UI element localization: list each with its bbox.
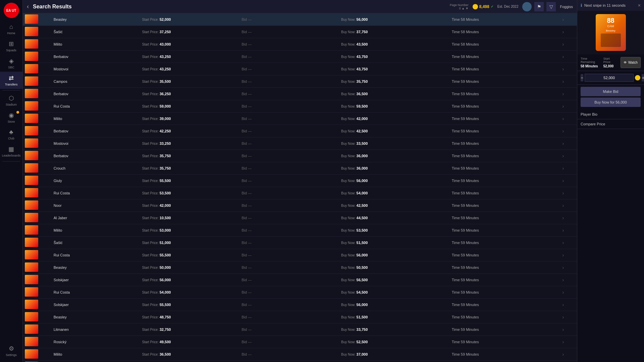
watch-icon: 👁 <box>624 61 627 64</box>
sidebar-item-leaderboards[interactable]: ▦ Leaderboards <box>0 143 22 160</box>
watch-button[interactable]: 👁 Watch <box>621 57 641 68</box>
table-row[interactable]: Rui Costa Start Price: 53,500 Bid --- Bu… <box>23 187 577 199</box>
table-row[interactable]: Milito Start Price: 53,000 Bid --- Buy N… <box>23 224 577 237</box>
table-row[interactable]: Beasley Start Price: 48,750 Bid --- Buy … <box>23 311 577 323</box>
row-arrow: › <box>560 26 577 38</box>
player-thumbnail <box>23 348 52 361</box>
sidebar-item-store[interactable]: ◉ Store <box>0 109 22 126</box>
table-row[interactable]: Šašić Start Price: 37,250 Bid --- Buy No… <box>23 26 577 38</box>
player-thumbnail <box>23 51 52 63</box>
time-cell: Time 59 Minutes <box>450 261 560 274</box>
start-price-cell: Start Price: 33,250 <box>140 137 240 150</box>
table-row[interactable]: Crouch Start Price: 35,750 Bid --- Buy N… <box>23 162 577 175</box>
start-price-cell: Start Price: 59,000 <box>140 100 240 113</box>
start-price-cell: Start Price: 43,250 <box>140 51 240 63</box>
sidebar-item-home[interactable]: ⌂ Home <box>0 21 22 38</box>
coins-checkmark: ✓ <box>491 5 493 8</box>
table-row[interactable]: Milito Start Price: 43,000 Bid --- Buy N… <box>23 38 577 51</box>
table-row[interactable]: Campos Start Price: 35,500 Bid --- Buy N… <box>23 75 577 88</box>
table-row[interactable]: Beasley Start Price: 50,000 Bid --- Buy … <box>23 261 577 274</box>
player-thumbnail <box>23 113 52 125</box>
table-row[interactable]: Milito Start Price: 36,500 Bid --- Buy N… <box>23 348 577 361</box>
time-cell: Time 59 Minutes <box>450 212 560 224</box>
bid-cell: Bid --- <box>239 274 339 286</box>
bid-cell: Bid --- <box>239 100 339 113</box>
flag-icon-btn[interactable]: ⚑ <box>534 2 544 11</box>
table-row[interactable]: Milito Start Price: 39,000 Bid --- Buy N… <box>23 113 577 125</box>
buy-price-cell: Buy Now: 51,500 <box>339 311 450 323</box>
sidebar-label-stadium: Stadium <box>6 103 17 106</box>
sidebar-item-sbc[interactable]: ◈ SBC <box>0 55 22 72</box>
start-price-info: Start Price: 52,000 <box>603 57 615 68</box>
bid-row: − + <box>577 71 644 85</box>
table-row[interactable]: Al Jaber Start Price: 10,500 Bid --- Buy… <box>23 212 577 224</box>
buy-price-cell: Buy Now: 43,750 <box>339 63 450 75</box>
table-row[interactable]: Berbatov Start Price: 42,250 Bid --- Buy… <box>23 125 577 137</box>
start-price-cell: Start Price: 54,000 <box>140 286 240 299</box>
panel-close-button[interactable]: × <box>638 3 641 8</box>
start-price-cell: Start Price: 36,250 <box>140 88 240 100</box>
bid-cell: Bid --- <box>239 348 339 361</box>
sidebar-label-store: Store <box>8 120 15 123</box>
bid-cell: Bid --- <box>239 336 339 348</box>
table-row[interactable]: Giuly Start Price: 55,500 Bid --- Buy No… <box>23 175 577 187</box>
table-row[interactable]: Mostovoi Start Price: 43,250 Bid --- Buy… <box>23 63 577 75</box>
shield-icon-btn[interactable]: ▽ <box>546 2 556 11</box>
bid-cell: Bid --- <box>239 311 339 323</box>
table-row[interactable]: Šašić Start Price: 51,000 Bid --- Buy No… <box>23 237 577 249</box>
buy-now-button[interactable]: Buy Now for 56,000 <box>581 98 641 107</box>
sidebar-item-settings[interactable]: ⚙ Settings <box>0 342 22 359</box>
row-arrow: › <box>560 100 577 113</box>
start-price-label: Start Price: <box>603 57 615 64</box>
player-thumbnail <box>23 13 52 26</box>
time-cell: Time 59 Minutes <box>450 113 560 125</box>
table-row[interactable]: Rosický Start Price: 49,500 Bid --- Buy … <box>23 336 577 348</box>
table-row[interactable]: Rui Costa Start Price: 54,000 Bid --- Bu… <box>23 286 577 299</box>
bid-decrease-button[interactable]: − <box>581 74 583 81</box>
sidebar-divider-2 <box>2 161 20 162</box>
sidebar-item-squads[interactable]: ⊞ Squads <box>0 38 22 55</box>
bid-input[interactable] <box>585 74 634 82</box>
row-arrow: › <box>560 199 577 212</box>
buy-price-cell: Buy Now: 56,000 <box>339 249 450 261</box>
header-right: Page Number 0 ▲ ▼ 8,498 ✓ Est. Dec 2022 … <box>450 2 573 11</box>
table-row[interactable]: Berbatov Start Price: 36,250 Bid --- Buy… <box>23 88 577 100</box>
row-arrow: › <box>560 75 577 88</box>
bid-cell: Bid --- <box>239 75 339 88</box>
row-arrow: › <box>560 13 577 26</box>
player-thumbnail <box>23 212 52 224</box>
table-row[interactable]: Rui Costa Start Price: 59,000 Bid --- Bu… <box>23 100 577 113</box>
table-row[interactable]: Ljungberg Start Price: 10,500 Bid 54,000… <box>23 361 577 362</box>
table-row[interactable]: Rui Costa Start Price: 55,500 Bid --- Bu… <box>23 249 577 261</box>
player-thumbnail <box>23 38 52 51</box>
bid-cell: Bid --- <box>239 63 339 75</box>
page-number-value: 0 ▲ ▼ <box>459 7 469 10</box>
time-cell: Time 59 Minutes <box>450 323 560 336</box>
bid-increase-button[interactable]: + <box>642 74 644 81</box>
table-row[interactable]: Berbatov Start Price: 35,750 Bid --- Buy… <box>23 150 577 162</box>
player-thumbnail <box>23 162 52 175</box>
table-row[interactable]: Mostovoi Start Price: 33,250 Bid --- Buy… <box>23 137 577 150</box>
player-name: Mostovoi <box>52 63 140 75</box>
table-row[interactable]: Solskjaer Start Price: 56,000 Bid --- Bu… <box>23 274 577 286</box>
header-icons: ⚑ ▽ <box>522 2 556 11</box>
back-button[interactable]: ‹ <box>27 3 29 10</box>
buy-price-cell: Buy Now: 36,000 <box>339 162 450 175</box>
make-bid-button[interactable]: Make Bid <box>581 87 641 96</box>
panel-card-area: 88 CAM Beasley <box>577 11 644 54</box>
row-arrow: › <box>560 175 577 187</box>
table-row[interactable]: Noor Start Price: 42,000 Bid --- Buy Now… <box>23 199 577 212</box>
sidebar-item-stadium[interactable]: ⬡ Stadium <box>0 92 22 109</box>
table-row[interactable]: Beasley Start Price: 52,000 Bid --- Buy … <box>23 13 577 26</box>
sidebar-item-transfers[interactable]: ⇄ Transfers <box>0 72 22 89</box>
table-row[interactable]: Litmanen Start Price: 32,750 Bid --- Buy… <box>23 323 577 336</box>
table-row[interactable]: Solskjaer Start Price: 55,500 Bid --- Bu… <box>23 299 577 311</box>
compare-price-link[interactable]: Compare Price <box>577 119 644 129</box>
sidebar-label-squads: Squads <box>6 49 16 52</box>
ea-logo: EA UT <box>4 3 19 18</box>
table-row[interactable]: Berbatov Start Price: 43,250 Bid --- Buy… <box>23 51 577 63</box>
sidebar-item-club[interactable]: ♣ Club <box>0 126 22 143</box>
start-price-cell: Start Price: 51,000 <box>140 237 240 249</box>
buy-price-cell: Buy Now: 56,500 <box>339 274 450 286</box>
player-bio-link[interactable]: Player Bio <box>577 110 644 119</box>
